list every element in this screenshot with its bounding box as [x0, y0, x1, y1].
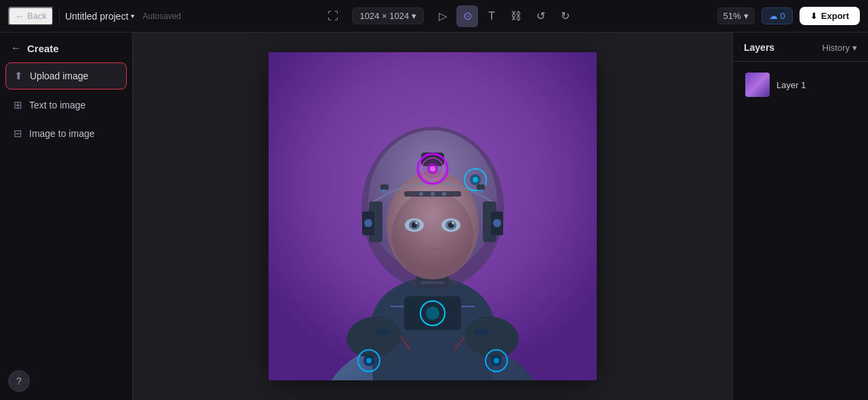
- layers-header: Layers History ▾: [733, 33, 868, 62]
- play-tool-button[interactable]: ▷: [432, 5, 454, 27]
- layer-thumb-inner: [745, 73, 770, 97]
- cloud-count: 0: [781, 11, 785, 21]
- header-left: ← Back Untitled project ▾ Autosaved: [8, 7, 181, 26]
- history-label: History: [823, 43, 850, 53]
- canvas-area[interactable]: [133, 33, 732, 400]
- svg-point-49: [382, 189, 386, 193]
- sidebar-menu: ⬆ Upload image ⊞ Text to image ⊟ Image t…: [0, 62, 132, 146]
- svg-rect-47: [380, 184, 389, 190]
- create-back-icon: ←: [11, 42, 22, 54]
- svg-point-43: [412, 148, 453, 189]
- cloud-sync-button[interactable]: ☁ 0: [762, 7, 793, 24]
- sidebar: ← Create ⬆ Upload image ⊞ Text to image …: [0, 33, 133, 400]
- project-name-chevron-icon: ▾: [131, 12, 134, 20]
- main-content: ← Create ⬆ Upload image ⊞ Text to image …: [0, 33, 868, 400]
- text-tool-button[interactable]: T: [481, 5, 502, 27]
- layers-list: Layer 1: [733, 62, 868, 108]
- link-tool-button[interactable]: ⛓: [505, 5, 527, 27]
- svg-point-23: [392, 191, 473, 279]
- svg-point-50: [479, 189, 484, 193]
- image-to-image-icon: ⊟: [14, 127, 22, 140]
- canvas-size-chevron-icon: ▾: [412, 11, 416, 21]
- upload-image-label: Upload image: [30, 71, 88, 81]
- svg-rect-48: [477, 184, 485, 190]
- canvas-image: [269, 52, 597, 380]
- sidebar-bottom: ?: [0, 370, 132, 392]
- svg-point-36: [364, 219, 372, 227]
- layers-panel: Layers History ▾ Layer 1: [732, 33, 868, 400]
- select-tool-button[interactable]: ⊙: [456, 5, 478, 27]
- header-right: 51% ▾ ☁ 0 ⬇ Export: [717, 7, 860, 25]
- upload-image-icon: ⬆: [14, 70, 23, 82]
- zoom-selector[interactable]: 51% ▾: [717, 7, 755, 24]
- history-chevron-icon: ▾: [852, 43, 857, 53]
- export-icon: ⬇: [810, 12, 817, 21]
- header-center: ⛶ 1024 × 1024 ▾ ▷ ⊙ T ⛓ ↺ ↻: [186, 5, 712, 27]
- robot-artwork: [269, 52, 597, 380]
- svg-point-37: [493, 219, 501, 227]
- text-to-image-icon: ⊞: [14, 99, 22, 111]
- svg-point-15: [494, 358, 499, 363]
- canvas-size-label: 1024 × 1024: [359, 11, 409, 21]
- help-button[interactable]: ?: [8, 370, 30, 392]
- right-toolbar-icons: ▷ ⊙ T ⛓ ↺ ↻: [432, 5, 576, 27]
- layer-thumbnail: [745, 73, 770, 97]
- export-label: Export: [821, 11, 849, 21]
- header-divider: [59, 9, 60, 23]
- svg-point-12: [366, 358, 372, 363]
- layers-title: Layers: [744, 42, 774, 53]
- svg-point-52: [419, 192, 423, 196]
- sidebar-create-label: Create: [27, 43, 59, 54]
- layer-item[interactable]: Layer 1: [738, 67, 863, 102]
- svg-point-46: [473, 177, 478, 182]
- svg-point-53: [431, 192, 435, 196]
- cloud-icon: ☁: [769, 11, 778, 21]
- project-name[interactable]: Untitled project ▾: [65, 11, 134, 22]
- svg-rect-57: [377, 329, 391, 334]
- sidebar-item-text-to-image[interactable]: ⊞ Text to image: [5, 92, 127, 118]
- svg-rect-58: [475, 329, 488, 334]
- history-button[interactable]: History ▾: [823, 43, 857, 53]
- svg-point-30: [415, 222, 418, 224]
- text-to-image-label: Text to image: [29, 100, 85, 111]
- header: ← Back Untitled project ▾ Autosaved ⛶ 10…: [0, 0, 868, 33]
- back-icon: ←: [15, 11, 24, 22]
- autosaved-label: Autosaved: [142, 12, 181, 21]
- back-button[interactable]: ← Back: [8, 7, 54, 26]
- svg-point-31: [452, 222, 454, 224]
- crop-tool-button[interactable]: ⛶: [322, 5, 344, 27]
- redo-button[interactable]: ↻: [554, 5, 576, 27]
- svg-point-5: [426, 306, 439, 320]
- back-label: Back: [27, 11, 47, 21]
- export-button[interactable]: ⬇ Export: [800, 7, 860, 25]
- zoom-chevron-icon: ▾: [744, 11, 749, 21]
- undo-button[interactable]: ↺: [530, 5, 551, 27]
- sidebar-item-image-to-image[interactable]: ⊟ Image to image: [5, 121, 127, 146]
- toolbar-icons: ⛶: [322, 5, 344, 27]
- svg-point-54: [442, 192, 446, 196]
- image-to-image-label: Image to image: [29, 128, 95, 139]
- sidebar-create-header: ← Create: [0, 33, 132, 62]
- sidebar-item-upload-image[interactable]: ⬆ Upload image: [5, 62, 127, 89]
- canvas-size-selector[interactable]: 1024 × 1024 ▾: [352, 7, 424, 24]
- layer-name: Layer 1: [776, 80, 806, 90]
- zoom-level: 51%: [724, 11, 741, 21]
